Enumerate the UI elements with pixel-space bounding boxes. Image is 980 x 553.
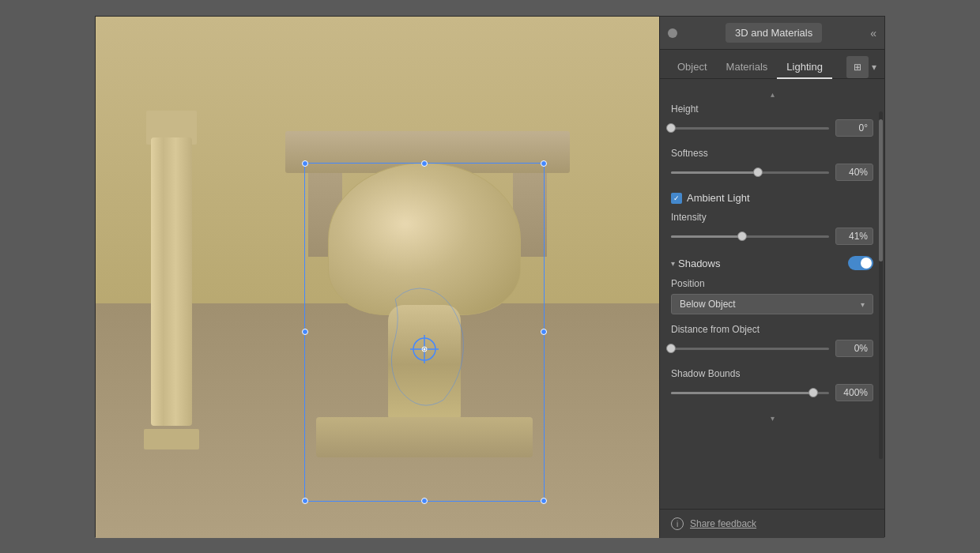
- softness-value[interactable]: 40%: [835, 164, 873, 181]
- close-button[interactable]: [668, 28, 677, 38]
- intensity-section: Intensity 41%: [671, 212, 873, 245]
- panel-body[interactable]: ▴ Height 0° Softness: [660, 79, 884, 509]
- softness-slider-track[interactable]: [671, 171, 829, 174]
- main-window: 3D and Materials « Object Materials Ligh…: [95, 16, 885, 537]
- scene-viewport[interactable]: [96, 17, 728, 538]
- panel-scrollbar[interactable]: [879, 111, 883, 459]
- height-section: Height 0°: [671, 103, 873, 137]
- shadow-bounds-slider-row: 400%: [671, 384, 873, 401]
- height-slider-row: 0°: [671, 119, 873, 137]
- shadow-bounds-slider-thumb[interactable]: [808, 388, 818, 397]
- feedback-link[interactable]: Share feedback: [690, 518, 756, 529]
- distance-label: Distance from Object: [671, 324, 873, 335]
- shadow-bounds-slider-track[interactable]: [671, 392, 829, 394]
- tab-materials[interactable]: Materials: [717, 56, 778, 79]
- shadows-toggle[interactable]: [848, 256, 873, 270]
- panel-controls: [668, 28, 677, 38]
- tab-lighting[interactable]: Lighting: [777, 56, 832, 79]
- grid-icon-button[interactable]: ⊞: [846, 56, 869, 78]
- intensity-slider-row: 41%: [671, 228, 873, 245]
- shadow-bounds-section: Shadow Bounds 400%: [671, 368, 873, 401]
- info-icon: i: [671, 517, 684, 530]
- shadow-bounds-slider-fill: [671, 392, 813, 394]
- collapse-button[interactable]: «: [870, 27, 876, 40]
- intensity-slider-thumb[interactable]: [737, 231, 747, 241]
- object-crosshair: [409, 333, 440, 365]
- height-slider-thumb[interactable]: [666, 123, 676, 133]
- distance-value[interactable]: 0%: [835, 340, 873, 357]
- distance-slider-row: 0%: [671, 340, 873, 357]
- ambient-light-checkbox[interactable]: ✓: [671, 193, 682, 204]
- shadows-chevron-icon: ▾: [671, 259, 675, 268]
- intensity-label: Intensity: [671, 212, 873, 223]
- position-section: Position Below Object ▾: [671, 278, 873, 314]
- softness-section: Softness 40%: [671, 148, 873, 181]
- grid-icon: ⊞: [854, 62, 861, 73]
- scroll-down: ▾: [671, 412, 873, 424]
- toggle-knob: [861, 258, 872, 269]
- height-value[interactable]: 0°: [835, 119, 873, 137]
- panel-tabs: Object Materials Lighting ⊞ ▾: [660, 50, 884, 79]
- intensity-value[interactable]: 41%: [835, 228, 873, 245]
- ambient-light-label: Ambient Light: [687, 192, 750, 204]
- position-select[interactable]: Below Object ▾: [671, 294, 873, 314]
- softness-slider-fill: [671, 171, 758, 174]
- panel-titlebar: 3D and Materials «: [660, 17, 884, 50]
- position-label: Position: [671, 278, 873, 289]
- ambient-light-row: ✓ Ambient Light: [671, 192, 873, 204]
- shadows-header: ▾ Shadows: [671, 256, 873, 270]
- panel-title: 3D and Materials: [726, 23, 822, 43]
- check-icon: ✓: [673, 194, 680, 202]
- position-chevron-icon: ▾: [861, 300, 865, 309]
- position-value: Below Object: [680, 299, 736, 310]
- softness-label: Softness: [671, 148, 873, 159]
- distance-slider-thumb[interactable]: [666, 344, 676, 353]
- properties-panel: 3D and Materials « Object Materials Ligh…: [659, 17, 884, 538]
- intensity-slider-fill: [671, 235, 742, 238]
- shadow-bounds-label: Shadow Bounds: [671, 368, 873, 379]
- softness-slider-row: 40%: [671, 164, 873, 181]
- chevron-down-icon[interactable]: ▾: [872, 62, 876, 73]
- shadows-title-row[interactable]: ▾ Shadows: [671, 258, 720, 269]
- distance-slider-track[interactable]: [671, 348, 829, 350]
- scene-column: [146, 111, 197, 450]
- intensity-slider-track[interactable]: [671, 235, 829, 238]
- chevron-up-icon: ▴: [771, 90, 775, 99]
- tab-icons: ⊞ ▾: [846, 56, 876, 78]
- svg-point-4: [424, 348, 426, 350]
- height-label: Height: [671, 103, 873, 115]
- distance-section: Distance from Object 0%: [671, 324, 873, 357]
- tab-object[interactable]: Object: [668, 56, 717, 79]
- feedback-bar: i Share feedback: [660, 509, 884, 538]
- chevron-down-icon-2: ▾: [771, 414, 775, 423]
- height-slider-track[interactable]: [671, 127, 829, 130]
- shadows-label: Shadows: [678, 258, 720, 269]
- scene-urn: [304, 163, 545, 502]
- shadow-bounds-value[interactable]: 400%: [835, 384, 873, 401]
- panel-scrollbar-thumb[interactable]: [879, 119, 883, 261]
- scroll-up: ▴: [671, 88, 873, 103]
- softness-slider-thumb[interactable]: [753, 167, 763, 177]
